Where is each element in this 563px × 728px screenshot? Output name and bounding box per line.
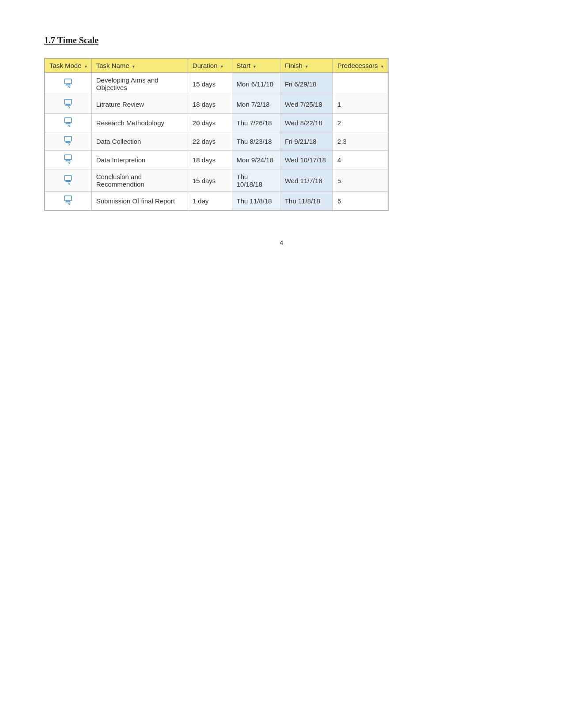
page-heading: 1.7 Time Scale — [44, 35, 519, 45]
svg-rect-8 — [65, 124, 71, 124]
svg-rect-6 — [64, 118, 72, 123]
task-mode-cell — [45, 114, 92, 132]
task-name-dropdown-icon[interactable]: ▾ — [132, 64, 135, 69]
predecessors-cell: 4 — [333, 151, 388, 169]
col-header-duration[interactable]: Duration ▾ — [188, 59, 232, 73]
finish-cell: Wed 10/17/18 — [280, 151, 333, 169]
duration-cell: 22 days — [188, 132, 232, 151]
predecessors-cell: 6 — [333, 192, 388, 210]
task-name-cell: Conclusion and Recommendtion — [91, 169, 188, 192]
duration-cell: 18 days — [188, 95, 232, 114]
task-mode-icon — [64, 79, 72, 90]
finish-cell: Wed 11/7/18 — [280, 169, 333, 192]
table-row: Submission Of final Report1 dayThu 11/8/… — [45, 192, 388, 210]
task-mode-icon — [64, 154, 72, 165]
start-cell: Thu 10/18/18 — [232, 169, 280, 192]
finish-cell: Wed 7/25/18 — [280, 95, 333, 114]
task-mode-dropdown-icon[interactable]: ▾ — [85, 64, 87, 69]
svg-rect-1 — [66, 84, 70, 85]
start-cell: Mon 7/2/18 — [232, 95, 280, 114]
svg-rect-5 — [65, 105, 71, 106]
start-dropdown-icon[interactable]: ▾ — [253, 64, 256, 69]
svg-rect-3 — [64, 99, 72, 104]
task-mode-icon — [64, 195, 72, 206]
predecessors-cell: 5 — [333, 169, 388, 192]
svg-rect-4 — [66, 104, 70, 105]
svg-rect-7 — [66, 123, 70, 124]
gantt-table-wrapper: Task Mode ▾ Task Name ▾ Duration ▾ Start… — [44, 58, 389, 211]
svg-rect-17 — [65, 181, 71, 182]
svg-rect-18 — [64, 196, 72, 201]
finish-cell: Thu 11/8/18 — [280, 192, 333, 210]
svg-rect-13 — [66, 160, 70, 161]
task-mode-icon — [64, 99, 72, 110]
table-row: Research Methodology20 daysThu 7/26/18We… — [45, 114, 388, 132]
task-mode-cell — [45, 169, 92, 192]
task-mode-cell — [45, 132, 92, 151]
task-name-cell: Research Methodology — [91, 114, 188, 132]
task-name-cell: Litrature Review — [91, 95, 188, 114]
task-mode-cell — [45, 95, 92, 114]
duration-cell: 15 days — [188, 73, 232, 95]
start-cell: Thu 11/8/18 — [232, 192, 280, 210]
finish-cell: Fri 6/29/18 — [280, 73, 333, 95]
table-row: Data Interpretion18 daysMon 9/24/18Wed 1… — [45, 151, 388, 169]
col-header-task-mode[interactable]: Task Mode ▾ — [45, 59, 92, 73]
svg-rect-0 — [64, 79, 72, 84]
page-number: 4 — [44, 239, 519, 246]
task-mode-icon — [64, 175, 72, 186]
start-cell: Thu 8/23/18 — [232, 132, 280, 151]
finish-cell: Fri 9/21/18 — [280, 132, 333, 151]
duration-cell: 20 days — [188, 114, 232, 132]
finish-dropdown-icon[interactable]: ▾ — [306, 64, 308, 69]
table-header-row: Task Mode ▾ Task Name ▾ Duration ▾ Start… — [45, 59, 388, 73]
col-header-start[interactable]: Start ▾ — [232, 59, 280, 73]
gantt-table: Task Mode ▾ Task Name ▾ Duration ▾ Start… — [45, 58, 388, 210]
finish-cell: Wed 8/22/18 — [280, 114, 333, 132]
svg-rect-16 — [66, 180, 70, 181]
col-header-finish[interactable]: Finish ▾ — [280, 59, 333, 73]
svg-rect-15 — [64, 176, 72, 180]
table-row: Data Collection22 daysThu 8/23/18Fri 9/2… — [45, 132, 388, 151]
duration-cell: 18 days — [188, 151, 232, 169]
task-mode-cell — [45, 73, 92, 95]
svg-rect-9 — [64, 136, 72, 141]
task-mode-cell — [45, 151, 92, 169]
predecessors-cell: 1 — [333, 95, 388, 114]
task-name-cell: Data Interpretion — [91, 151, 188, 169]
svg-rect-20 — [65, 202, 71, 203]
task-name-cell: Data Collection — [91, 132, 188, 151]
predecessors-cell — [333, 73, 388, 95]
duration-cell: 1 day — [188, 192, 232, 210]
col-header-task-name[interactable]: Task Name ▾ — [91, 59, 188, 73]
duration-dropdown-icon[interactable]: ▾ — [221, 64, 223, 69]
task-name-cell: Developing Aims and Objectives — [91, 73, 188, 95]
svg-rect-19 — [66, 201, 70, 202]
task-mode-icon — [64, 117, 72, 128]
table-row: Conclusion and Recommendtion15 daysThu 1… — [45, 169, 388, 192]
svg-rect-10 — [66, 141, 70, 142]
svg-rect-2 — [65, 85, 71, 86]
task-mode-cell — [45, 192, 92, 210]
predecessors-cell: 2 — [333, 114, 388, 132]
start-cell: Thu 7/26/18 — [232, 114, 280, 132]
predecessors-cell: 2,3 — [333, 132, 388, 151]
svg-rect-14 — [65, 161, 71, 161]
task-name-cell: Submission Of final Report — [91, 192, 188, 210]
start-cell: Mon 6/11/18 — [232, 73, 280, 95]
start-cell: Mon 9/24/18 — [232, 151, 280, 169]
svg-rect-12 — [64, 155, 72, 160]
task-mode-icon — [64, 136, 72, 147]
table-row: Developing Aims and Objectives15 daysMon… — [45, 73, 388, 95]
svg-rect-11 — [65, 142, 71, 143]
col-header-predecessors[interactable]: Predecessors ▾ — [333, 59, 388, 73]
duration-cell: 15 days — [188, 169, 232, 192]
predecessors-dropdown-icon[interactable]: ▾ — [381, 64, 383, 69]
table-row: Litrature Review18 daysMon 7/2/18Wed 7/2… — [45, 95, 388, 114]
